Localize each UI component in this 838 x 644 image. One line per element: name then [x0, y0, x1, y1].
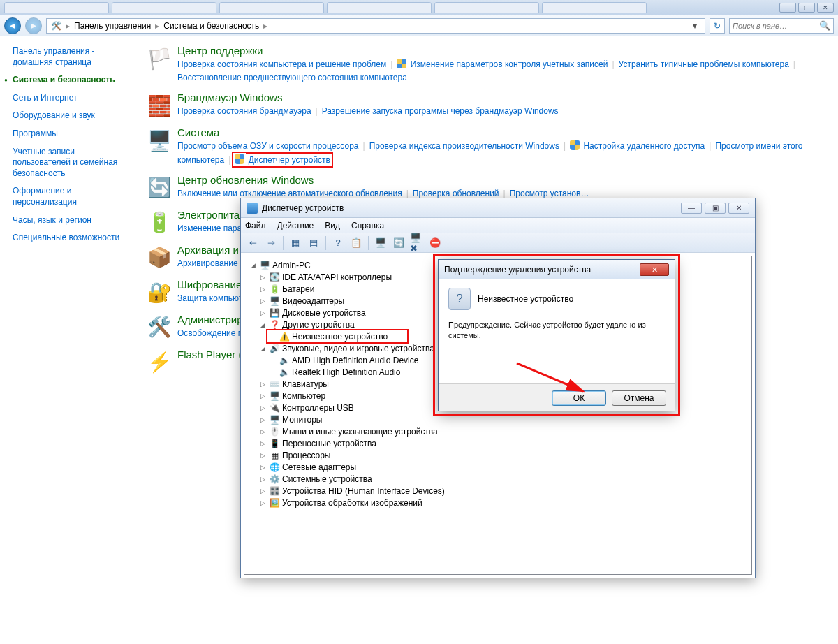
sidebar-item[interactable]: Часы, язык и регион: [13, 215, 133, 226]
tree-toggle-icon[interactable]: ▷: [258, 404, 267, 411]
window-close-button[interactable]: ✕: [817, 3, 834, 13]
tb-help-icon[interactable]: ?: [330, 235, 346, 251]
tree-toggle-icon[interactable]: ▷: [258, 476, 267, 483]
sidebar-item[interactable]: Программы: [13, 129, 133, 140]
tree-node[interactable]: ▷🖼️Устройства обработки изображений: [258, 497, 750, 508]
dm-minimize-button[interactable]: —: [681, 203, 702, 214]
category-link[interactable]: Изменение параметров контроля учетных за…: [397, 59, 608, 69]
tb-properties-icon[interactable]: 📋: [348, 235, 364, 251]
sidebar-item[interactable]: Оформление и персонализация: [13, 186, 133, 207]
tree-node[interactable]: ▷▦Процессоры: [258, 449, 750, 461]
category-title[interactable]: Центр поддержки: [177, 45, 832, 57]
tree-toggle-icon[interactable]: ▷: [258, 309, 267, 316]
category-link[interactable]: Устранить типичные проблемы компьютера: [619, 59, 789, 69]
tree-toggle-icon[interactable]: ▷: [258, 440, 267, 447]
confirm-ok-button[interactable]: ОК: [552, 390, 606, 406]
tree-node[interactable]: ▷🖥️Мониторы: [258, 414, 750, 425]
tree-node[interactable]: ▷🌐Сетевые адаптеры: [258, 461, 750, 473]
sidebar-item[interactable]: Панель управления - домашняя страница: [13, 46, 133, 68]
tb-back-icon[interactable]: ⇐: [245, 235, 260, 251]
address-dropdown-icon[interactable]: ▾: [689, 21, 700, 31]
tree-toggle-icon[interactable]: ▷: [258, 499, 267, 506]
device-question-icon: ?: [448, 288, 471, 310]
sidebar-item[interactable]: Оборудование и звук: [13, 110, 133, 122]
category-title[interactable]: Брандмауэр Windows: [177, 92, 832, 103]
category-link[interactable]: Проверка обновлений: [413, 189, 499, 198]
sidebar-item[interactable]: Учетные записи пользователей и семейная …: [13, 147, 133, 180]
address-bar[interactable]: 🛠️ ▸ Панель управления ▸ Система и безоп…: [46, 18, 705, 34]
browser-tab[interactable]: [219, 2, 324, 13]
tree-toggle-icon[interactable]: ▷: [258, 298, 267, 305]
tree-toggle-icon[interactable]: ▷: [258, 286, 267, 293]
category-link[interactable]: Восстановление предшествующего состояния…: [177, 73, 407, 82]
tree-toggle-icon[interactable]: ◢: [249, 262, 257, 269]
category-link[interactable]: Разрешение запуска программы через бранд…: [322, 106, 559, 116]
category-link[interactable]: Проверка состояния компьютера и решение …: [177, 59, 386, 69]
tb-uninstall-icon[interactable]: 🖥️✖: [409, 235, 425, 251]
tb-scan-icon[interactable]: 🖥️: [373, 235, 388, 251]
tree-toggle-icon[interactable]: ◢: [258, 321, 267, 328]
confirm-close-button[interactable]: ✕: [640, 263, 669, 276]
confirm-cancel-button[interactable]: Отмена: [612, 390, 666, 406]
menu-help[interactable]: Справка: [351, 221, 384, 230]
category-link[interactable]: Проверка индекса производительности Wind…: [369, 141, 559, 151]
breadcrumb-item[interactable]: Система и безопасность: [163, 21, 259, 31]
tree-node[interactable]: ▷🎛️Устройства HID (Human Interface Devic…: [258, 485, 750, 497]
confirm-delete-dialog: Подтверждение удаления устройства ✕ ? Не…: [438, 259, 675, 411]
search-icon[interactable]: 🔍: [819, 20, 830, 31]
category-link[interactable]: Просмотр установ…: [510, 189, 589, 198]
tree-toggle-icon[interactable]: ▷: [258, 274, 267, 281]
tree-toggle-icon[interactable]: ▷: [258, 381, 267, 388]
dm-titlebar[interactable]: Диспетчер устройств — ▣ ✕: [241, 198, 755, 218]
sidebar-item[interactable]: Специальные возможности: [13, 233, 133, 244]
browser-tab[interactable]: [112, 2, 216, 13]
tb-view-icon[interactable]: ▦: [288, 235, 303, 251]
browser-tab[interactable]: [542, 2, 647, 13]
category-link[interactable]: Включение или отключение автоматического…: [177, 189, 402, 198]
breadcrumb-item[interactable]: Панель управления: [74, 21, 151, 31]
browser-tab[interactable]: [327, 2, 432, 13]
search-input[interactable]: [733, 22, 816, 30]
sidebar-item[interactable]: Система и безопасность: [13, 75, 133, 86]
confirm-warning-text: Предупреждение. Сейчас устройство будет …: [448, 320, 665, 342]
dm-maximize-button[interactable]: ▣: [705, 203, 726, 214]
tree-node-label: Admin-PC: [272, 261, 311, 270]
tree-toggle-icon[interactable]: ▷: [258, 464, 267, 471]
tree-toggle-icon[interactable]: ▷: [258, 452, 267, 459]
nav-back-button[interactable]: ◄: [4, 17, 21, 34]
tree-toggle-icon[interactable]: ◢: [258, 345, 267, 352]
tb-disable-icon[interactable]: ⛔: [427, 235, 443, 251]
category-link[interactable]: Настройка удаленного доступа: [570, 141, 705, 151]
tb-details-icon[interactable]: ▤: [306, 235, 321, 251]
category-link[interactable]: Просмотр объема ОЗУ и скорости процессор…: [177, 141, 359, 151]
confirm-titlebar[interactable]: Подтверждение удаления устройства ✕: [439, 260, 675, 279]
tree-node[interactable]: ▷🖱️Мыши и иные указывающие устройства: [258, 425, 750, 437]
menu-file[interactable]: Файл: [245, 221, 266, 230]
browser-tab[interactable]: [434, 2, 539, 13]
tree-node-label: Устройства HID (Human Interface Devices): [282, 486, 445, 496]
tree-toggle-icon[interactable]: ▷: [258, 488, 267, 495]
tb-update-icon[interactable]: 🔄: [391, 235, 406, 251]
window-minimize-button[interactable]: —: [779, 3, 796, 13]
category-title[interactable]: Система: [177, 126, 832, 138]
category-link[interactable]: Диспетчер устройств: [235, 155, 330, 165]
menu-view[interactable]: Вид: [325, 221, 340, 230]
link-sep: |: [709, 141, 711, 151]
window-maximize-button[interactable]: ▢: [798, 3, 815, 13]
tb-forward-icon[interactable]: ⇒: [263, 235, 279, 251]
search-box[interactable]: 🔍: [729, 18, 834, 34]
refresh-button[interactable]: ↻: [710, 18, 725, 34]
tree-toggle-icon[interactable]: ▷: [258, 393, 267, 400]
category-link[interactable]: Проверка состояния брандмауэра: [177, 106, 311, 116]
tree-node[interactable]: ▷📱Переносные устройства: [258, 437, 750, 449]
tree-toggle-icon[interactable]: ▷: [258, 416, 267, 423]
tree-node[interactable]: ▷⚙️Системные устройства: [258, 473, 750, 485]
nav-forward-button[interactable]: ►: [25, 17, 42, 34]
explorer-nav-bar: ◄ ► 🛠️ ▸ Панель управления ▸ Система и б…: [0, 15, 838, 36]
browser-tab[interactable]: [4, 2, 109, 13]
tree-toggle-icon[interactable]: ▷: [258, 428, 267, 435]
menu-action[interactable]: Действие: [277, 221, 314, 230]
sidebar-item[interactable]: Сеть и Интернет: [13, 93, 133, 104]
category-title[interactable]: Центр обновления Windows: [177, 174, 832, 186]
dm-close-button[interactable]: ✕: [728, 203, 749, 214]
